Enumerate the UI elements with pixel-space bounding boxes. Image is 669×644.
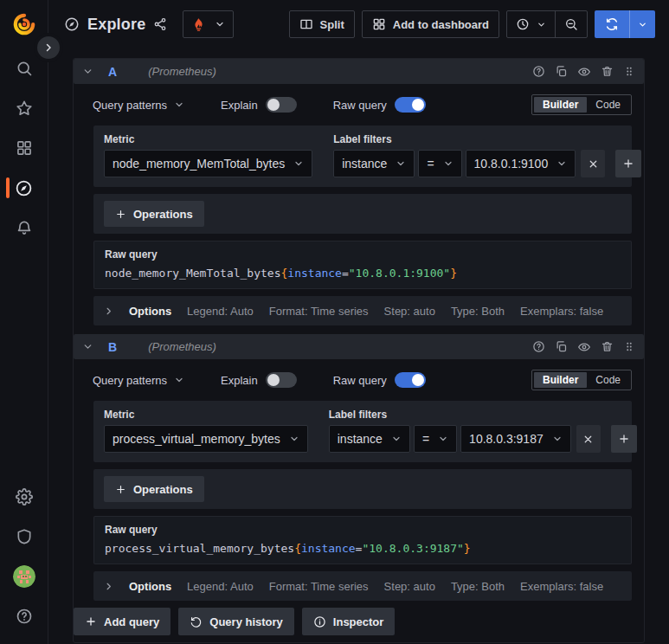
drag-handle-icon[interactable]	[623, 65, 635, 78]
time-controls	[506, 10, 588, 38]
query-patterns-label: Query patterns	[93, 374, 167, 387]
sidebar-item-dashboards[interactable]	[0, 128, 48, 168]
sidebar-item-explore[interactable]	[0, 168, 48, 208]
datasource-picker[interactable]	[183, 10, 234, 38]
code-mode-button[interactable]: Code	[587, 97, 629, 113]
query-patterns-dropdown[interactable]: Query patterns	[93, 99, 184, 112]
options-legend: Legend: Auto	[187, 305, 254, 318]
query-b-raw-preview: Raw query process_virtual_memory_bytes{i…	[93, 516, 632, 564]
help-icon[interactable]	[532, 340, 545, 353]
filter-label-select[interactable]: instance	[333, 150, 415, 177]
star-icon	[16, 100, 33, 117]
options-type: Type: Both	[451, 580, 505, 593]
share-icon[interactable]	[153, 17, 167, 31]
chevron-down-icon	[443, 158, 454, 169]
filter-value-select[interactable]: 10.8.0.3:9187	[460, 425, 571, 453]
hide-query-icon[interactable]	[577, 65, 591, 79]
duplicate-query-icon[interactable]	[555, 340, 568, 353]
raw-query-title: Raw query	[105, 248, 621, 261]
metric-value: node_memory_MemTotal_bytes	[113, 157, 285, 171]
add-operation-button[interactable]: Operations	[104, 201, 204, 227]
options-format: Format: Time series	[269, 580, 369, 593]
add-query-button[interactable]: Add query	[74, 608, 170, 635]
query-patterns-label: Query patterns	[93, 99, 167, 112]
options-step: Step: auto	[384, 305, 435, 318]
query-a-options-row[interactable]: Options Legend: Auto Format: Time series…	[93, 296, 632, 325]
add-filter-button[interactable]	[615, 150, 641, 177]
filter-label-select[interactable]: instance	[329, 425, 410, 453]
chevron-down-icon[interactable]	[82, 341, 93, 352]
plus-icon	[115, 484, 126, 495]
chevron-down-icon	[537, 20, 546, 29]
code-value: "10.8.0.1:9100"	[349, 267, 450, 280]
drag-handle-icon[interactable]	[623, 340, 635, 353]
query-b-options-row[interactable]: Options Legend: Auto Format: Time series…	[93, 571, 632, 601]
options-legend: Legend: Auto	[187, 580, 254, 593]
filter-operator-value: =	[422, 432, 429, 446]
chevron-down-icon	[289, 434, 299, 444]
filter-value: 10.8.0.3:9187	[469, 432, 544, 446]
raw-query-toggle[interactable]	[395, 372, 426, 388]
expand-menu-button[interactable]	[37, 36, 60, 59]
zoom-out-button[interactable]	[555, 11, 587, 37]
add-filter-button[interactable]	[611, 425, 637, 453]
explain-toggle[interactable]	[266, 372, 297, 388]
code-mode-button[interactable]: Code	[587, 372, 629, 388]
code-close-brace: }	[450, 267, 457, 280]
metric-select[interactable]: process_virtual_memory_bytes	[104, 425, 308, 453]
info-circle-icon	[313, 615, 326, 628]
help-icon[interactable]	[532, 65, 545, 78]
filter-label-value: instance	[338, 432, 383, 446]
avatar	[13, 565, 35, 588]
sidebar-item-profile[interactable]	[0, 557, 48, 596]
remove-filter-button[interactable]	[581, 150, 605, 177]
remove-query-icon[interactable]	[601, 65, 614, 78]
explain-toggle[interactable]	[266, 97, 297, 113]
plus-icon	[622, 158, 634, 170]
query-b-header[interactable]: B (Prometheus)	[74, 334, 644, 359]
filter-operator-select[interactable]: =	[414, 425, 457, 453]
add-operation-button[interactable]: Operations	[104, 476, 204, 502]
label-filters-label: Label filters	[329, 409, 637, 421]
sidebar-item-alerting[interactable]	[0, 208, 48, 248]
remove-filter-button[interactable]	[576, 425, 601, 453]
code-close-brace: }	[464, 542, 471, 555]
builder-mode-button[interactable]: Builder	[534, 372, 587, 388]
builder-mode-button[interactable]: Builder	[534, 97, 587, 113]
sidebar-item-configuration[interactable]	[0, 477, 48, 517]
query-editor-b: B (Prometheus) Query patterns Explain	[74, 334, 644, 601]
options-step: Step: auto	[384, 580, 435, 593]
query-a-header[interactable]: A (Prometheus)	[74, 59, 644, 84]
query-editor-a: A (Prometheus) Query patterns Explain	[74, 59, 644, 325]
sidebar-item-starred[interactable]	[0, 88, 48, 128]
filter-label-value: instance	[342, 157, 387, 171]
remove-query-icon[interactable]	[601, 340, 614, 353]
raw-query-label: Raw query	[333, 99, 387, 112]
split-button[interactable]: Split	[289, 10, 355, 38]
duplicate-query-icon[interactable]	[555, 65, 568, 78]
raw-query-toggle[interactable]	[395, 97, 426, 113]
dashboards-icon	[16, 139, 33, 157]
query-patterns-dropdown[interactable]: Query patterns	[93, 374, 184, 387]
split-columns-icon	[299, 17, 313, 31]
code-value: "10.8.0.3:9187"	[362, 542, 463, 555]
inspector-button[interactable]: Inspector	[302, 608, 396, 635]
explore-compass-icon	[15, 179, 33, 197]
refresh-interval-caret[interactable]	[629, 10, 655, 38]
chevron-down-icon[interactable]	[82, 66, 93, 77]
add-to-dashboard-button[interactable]: Add to dashboard	[362, 10, 499, 38]
add-to-dashboard-label: Add to dashboard	[393, 18, 489, 31]
hide-query-icon[interactable]	[577, 340, 591, 354]
plus-icon	[618, 433, 630, 445]
metric-select[interactable]: node_memory_MemTotal_bytes	[104, 150, 312, 177]
options-title: Options	[129, 580, 171, 593]
sidebar-item-admin[interactable]	[0, 517, 48, 557]
filter-value-select[interactable]: 10.8.0.1:9100	[466, 150, 576, 177]
search-icon	[16, 60, 33, 77]
query-b-builder: Metric process_virtual_memory_bytes Labe…	[93, 401, 632, 462]
filter-operator-select[interactable]: =	[418, 150, 461, 177]
run-query-button[interactable]	[595, 10, 655, 38]
sidebar-item-help[interactable]	[0, 596, 48, 636]
time-range-picker[interactable]	[507, 11, 555, 37]
query-history-button[interactable]: Query history	[178, 608, 294, 635]
